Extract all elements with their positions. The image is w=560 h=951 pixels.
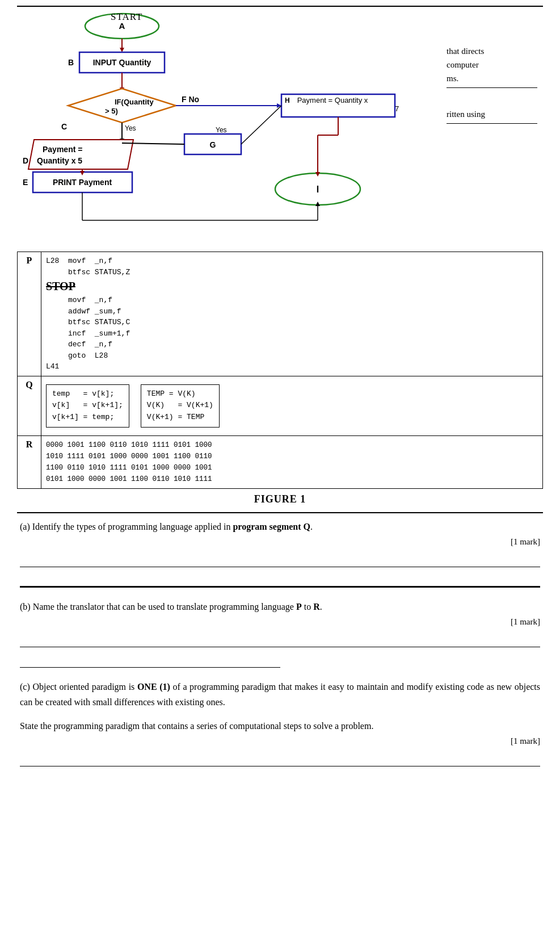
segments-table: P L28 movf _n,f btfsc STATUS,Z STOP movf…	[17, 252, 543, 489]
qc-answer-line-1	[20, 751, 540, 766]
seg-r-label: R	[18, 435, 41, 488]
svg-text:Yes: Yes	[125, 124, 136, 132]
question-c-para1: (c) Object oriented paradigm is ONE (1) …	[20, 679, 540, 710]
questions-section: (a) Identify the types of programming la…	[17, 519, 543, 766]
qa-bold: program segment Q	[233, 522, 310, 531]
stop-text: STOP	[46, 278, 148, 295]
svg-text:C: C	[61, 122, 67, 131]
qb-p: P	[296, 602, 302, 611]
right-divider2	[447, 123, 537, 124]
qc-prefix: (c)	[20, 682, 30, 692]
qa-answer-line-2	[20, 572, 540, 588]
question-c-para2: State the programming paradigm that cont…	[20, 718, 540, 734]
seg-p-label: P	[18, 252, 41, 376]
right-line2: computer	[447, 58, 537, 72]
page: START that directs computer ms. ritten u…	[0, 0, 560, 795]
seg-p-content: L28 movf _n,f btfsc STATUS,Z STOP movf _…	[41, 252, 543, 376]
svg-text:B: B	[68, 58, 74, 67]
qc-bold: ONE (1)	[137, 682, 170, 692]
question-a-text: (a) Identify the types of programming la…	[20, 519, 540, 534]
right-line4: ritten using	[447, 107, 537, 121]
qa-answer-line-1	[20, 551, 540, 567]
svg-text:Payment =: Payment =	[43, 145, 82, 154]
qb-answer-line-1	[20, 631, 540, 647]
question-b: (b) Name the translator that can be used…	[20, 599, 540, 668]
seg-q-label: Q	[18, 376, 41, 435]
seg-p-inner: L28 movf _n,f btfsc STATUS,Z STOP movf _…	[46, 255, 538, 372]
start-label: START	[111, 11, 142, 23]
q-wrapper: temp = v[k]; v[k] = v[k+1]; v[k+1] = tem…	[46, 380, 538, 432]
svg-text:H: H	[285, 97, 290, 104]
question-a: (a) Identify the types of programming la…	[20, 519, 540, 588]
svg-text:7: 7	[395, 104, 399, 113]
right-side-text: that directs computer ms. ritten using	[447, 44, 537, 126]
qb-text: Name the translator that can be used to …	[33, 602, 322, 611]
figure-top-line	[17, 6, 543, 7]
figure-title: FIGURE 1	[17, 493, 543, 505]
flowchart-svg: A INPUT Quantity B IF(Quantity > 5) C F …	[17, 10, 448, 246]
q-box1: temp = v[k]; v[k] = v[k+1]; v[k+1] = tem…	[46, 384, 129, 428]
right-line3: ms.	[447, 72, 537, 85]
qc-text1: Object oriented paradigm is ONE (1) of a…	[20, 682, 540, 707]
seg-q-content: temp = v[k]; v[k] = v[k+1]; v[k+1] = tem…	[41, 376, 543, 435]
right-divider1	[447, 87, 537, 88]
p-code-text: L28 movf _n,f btfsc STATUS,Z STOP movf _…	[46, 255, 148, 372]
segment-r-row: R 0000 1001 1100 0110 1010 1111 0101 100…	[18, 435, 543, 488]
svg-text:> 5): > 5)	[105, 107, 118, 115]
svg-text:F No: F No	[182, 95, 199, 104]
p-code-block: L28 movf _n,f btfsc STATUS,Z STOP movf _…	[46, 255, 148, 372]
segment-q-row: Q temp = v[k]; v[k] = v[k+1]; v[k+1] = t…	[18, 376, 543, 435]
qb-mark: [1 mark]	[20, 617, 540, 627]
qb-prefix: (b)	[20, 602, 31, 611]
svg-text:INPUT Quantity: INPUT Quantity	[93, 58, 151, 67]
svg-text:E: E	[23, 178, 28, 187]
svg-line-41	[241, 106, 281, 144]
qc-text2: State the programming paradigm that cont…	[20, 721, 373, 731]
seg-r-content: 0000 1001 1100 0110 1010 1111 0101 1000 …	[41, 435, 543, 488]
figure-bottom-line	[17, 512, 543, 513]
q-box2: TEMP = V(K) V(K) = V(K+1) V(K+1) = TEMP	[141, 384, 220, 428]
qc-mark: [1 mark]	[20, 736, 540, 746]
segment-p-row: P L28 movf _n,f btfsc STATUS,Z STOP movf…	[18, 252, 543, 376]
svg-text:D: D	[23, 156, 28, 165]
qa-mark: [1 mark]	[20, 537, 540, 547]
flowchart-area: START that directs computer ms. ritten u…	[17, 10, 543, 249]
svg-text:G: G	[210, 140, 216, 149]
qa-prefix: (a)	[20, 522, 30, 531]
svg-text:PRINT Payment: PRINT Payment	[53, 178, 112, 187]
right-line1: that directs	[447, 44, 537, 58]
svg-text:I: I	[317, 185, 319, 194]
qb-answer-line-2	[20, 652, 280, 668]
r-code: 0000 1001 1100 0110 1010 1111 0101 1000 …	[46, 439, 538, 485]
svg-text:IF(Quantity: IF(Quantity	[115, 98, 154, 106]
svg-text:Quantity x 5: Quantity x 5	[37, 156, 82, 165]
qb-r: R	[313, 602, 320, 611]
question-c: (c) Object oriented paradigm is ONE (1) …	[20, 679, 540, 766]
svg-text:Payment = Quantity x: Payment = Quantity x	[297, 96, 368, 104]
qa-text: Identify the types of programming langua…	[32, 522, 313, 531]
svg-text:Yes: Yes	[216, 126, 227, 134]
question-b-text: (b) Name the translator that can be used…	[20, 599, 540, 614]
